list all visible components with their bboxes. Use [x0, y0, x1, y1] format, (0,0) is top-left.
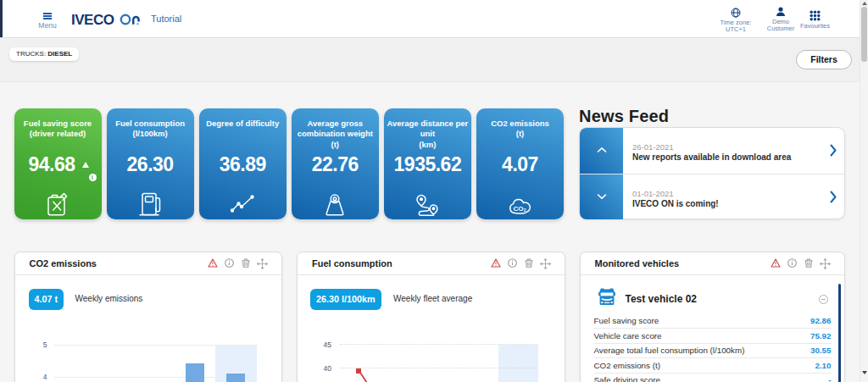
svg-text:CO: CO: [513, 205, 523, 213]
svg-text:2: 2: [523, 208, 526, 213]
